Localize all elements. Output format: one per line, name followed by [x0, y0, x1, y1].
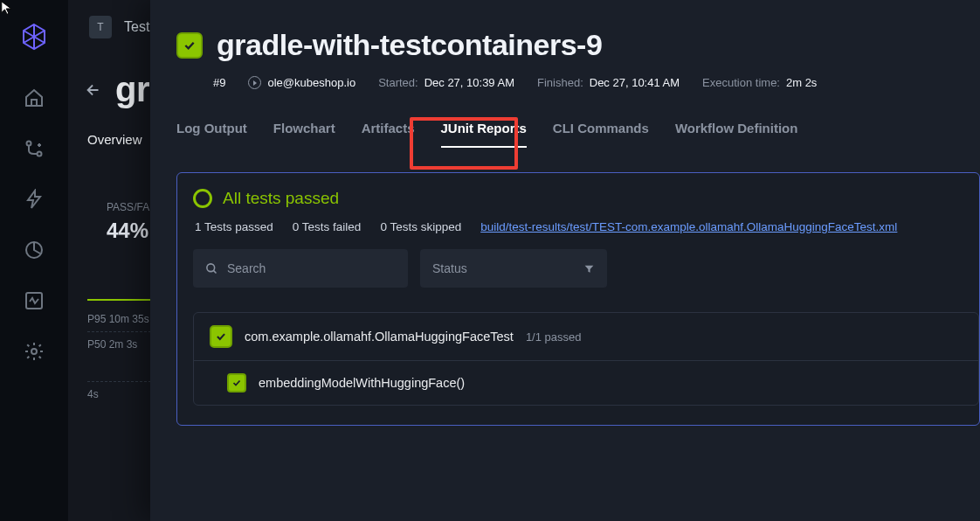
search-icon: [205, 262, 218, 275]
tab-flowchart[interactable]: Flowchart: [273, 121, 335, 148]
finished-label: Finished:: [537, 76, 583, 89]
suite-count: 1/1 passed: [526, 330, 582, 344]
tests-skipped-count: 0 Tests skipped: [380, 220, 461, 233]
tab-cli-commands[interactable]: CLI Commands: [553, 121, 649, 148]
started-label: Started:: [378, 76, 418, 89]
svg-point-1: [38, 152, 42, 156]
author-email: ole@kubeshop.io: [267, 76, 355, 89]
run-number: #9: [213, 76, 225, 89]
junit-report-box: All tests passed 1 Tests passed 0 Tests …: [176, 172, 980, 426]
test-case-row[interactable]: embeddingModelWithHuggingFace(): [194, 360, 978, 405]
branch-plus-icon[interactable]: [24, 138, 45, 159]
exec-time-value: 2m 2s: [786, 76, 817, 89]
panel-tabs: Log OutputFlowchartArtifactsJUnit Report…: [176, 89, 980, 148]
gear-icon[interactable]: [24, 341, 45, 362]
status-filter-select[interactable]: Status: [420, 249, 607, 288]
lightning-icon[interactable]: [24, 189, 45, 210]
play-circle-icon: [248, 76, 261, 89]
report-headline: All tests passed: [223, 189, 339, 208]
execution-title: gradle-with-testcontainers-9: [217, 28, 602, 62]
passed-ring-icon: [193, 189, 212, 208]
search-input[interactable]: Search: [193, 249, 408, 288]
svg-point-4: [31, 349, 37, 354]
tests-failed-count: 0 Tests failed: [293, 220, 362, 233]
tab-junit-reports[interactable]: JUnit Reports: [441, 121, 527, 148]
started-value: Dec 27, 10:39 AM: [424, 76, 514, 89]
filter-icon: [583, 263, 595, 274]
suite-pass-icon: [210, 325, 232, 348]
finished-value: Dec 27, 10:41 AM: [590, 76, 680, 89]
tab-artifacts[interactable]: Artifacts: [362, 121, 415, 148]
test-suite-group: com.example.ollamahf.OllamaHuggingFaceTe…: [193, 312, 979, 406]
execution-detail-panel: gradle-with-testcontainers-9 #9 ole@kube…: [150, 0, 980, 521]
svg-point-5: [207, 263, 215, 271]
app-logo-icon[interactable]: [20, 23, 48, 51]
home-icon[interactable]: [24, 87, 45, 108]
status-success-icon: [176, 32, 203, 59]
tab-workflow-definition[interactable]: Workflow Definition: [675, 121, 798, 148]
exec-time-label: Execution time:: [702, 76, 780, 89]
report-file-link[interactable]: build/test-results/test/TEST-com.example…: [480, 220, 897, 233]
tests-passed-count: 1 Tests passed: [195, 220, 273, 233]
status-placeholder: Status: [432, 261, 467, 275]
back-arrow-icon[interactable]: [84, 80, 103, 100]
search-placeholder: Search: [227, 261, 266, 275]
workspace-avatar[interactable]: T: [89, 16, 112, 38]
test-suite-row[interactable]: com.example.ollamahf.OllamaHuggingFaceTe…: [194, 313, 978, 360]
pie-chart-icon[interactable]: [24, 240, 45, 260]
activity-icon[interactable]: [24, 290, 45, 311]
svg-point-0: [27, 142, 31, 146]
suite-name: com.example.ollamahf.OllamaHuggingFaceTe…: [245, 330, 514, 344]
test-case-name: embeddingModelWithHuggingFace(): [259, 376, 465, 390]
tab-log-output[interactable]: Log Output: [176, 121, 247, 148]
main-nav-sidebar: [0, 0, 68, 521]
test-pass-icon: [227, 373, 246, 392]
